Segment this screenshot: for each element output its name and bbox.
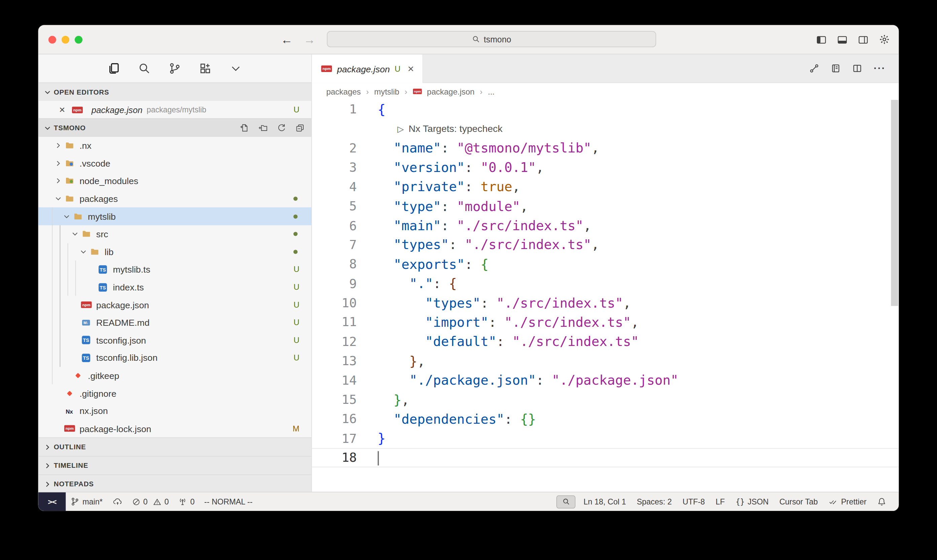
tree-item-tsconfig.lib.json[interactable]: TStsconfig.lib.jsonU xyxy=(38,349,311,367)
formatter-item[interactable]: Prettier xyxy=(823,492,872,511)
tree-item-packages[interactable]: packages xyxy=(38,190,311,208)
scrollbar-thumb[interactable] xyxy=(891,100,898,306)
close-icon[interactable]: × xyxy=(408,63,414,75)
remote-indicator[interactable]: >< xyxy=(38,492,66,511)
code-line[interactable]: 5 "type": "module", xyxy=(312,197,899,216)
toggle-panel-bottom-icon[interactable] xyxy=(837,34,847,45)
chevron-down-icon[interactable] xyxy=(69,229,80,238)
code-text: "type": "module", xyxy=(357,199,528,214)
tree-item-src[interactable]: src xyxy=(38,225,311,243)
notifications-item[interactable] xyxy=(872,492,892,511)
code-line[interactable]: 6 "main": "./src/index.ts", xyxy=(312,216,899,235)
codelens-label[interactable]: Nx Targets: typecheck xyxy=(409,123,503,134)
codelens[interactable]: ▷Nx Targets: typecheck xyxy=(312,119,899,138)
run-icon[interactable]: ▷ xyxy=(397,124,404,134)
collapse-all-icon[interactable] xyxy=(295,123,305,132)
maximize-button[interactable] xyxy=(75,36,83,43)
back-button[interactable]: ← xyxy=(281,33,293,46)
code-line[interactable]: 16 "dependencies": {} xyxy=(312,409,899,429)
notepads-section-header[interactable]: NOTEPADS xyxy=(38,474,311,493)
tree-item-tsconfig.json[interactable]: TStsconfig.jsonU xyxy=(38,331,311,349)
tree-item-nx.json[interactable]: Nxnx.json xyxy=(38,402,311,420)
open-editor-item[interactable]: × npm package.json packages/mytslib U xyxy=(38,101,311,118)
eol-item[interactable]: LF xyxy=(710,492,730,511)
code-line[interactable]: 14 "./package.json": "./package.json" xyxy=(312,371,899,391)
explorer-icon[interactable] xyxy=(107,61,121,76)
code-line[interactable]: 9 ".": { xyxy=(312,274,899,294)
code-line[interactable]: 10 "types": "./src/index.ts", xyxy=(312,294,899,313)
tree-item-.vscode[interactable]: .vscode xyxy=(38,154,311,172)
search-icon[interactable] xyxy=(137,61,151,76)
vim-mode-indicator[interactable]: -- NORMAL -- xyxy=(200,492,257,511)
chevron-down-icon[interactable] xyxy=(52,194,63,203)
code-line[interactable]: 17} xyxy=(312,429,899,448)
source-control-icon[interactable] xyxy=(168,61,182,76)
tree-item-mytslib[interactable]: mytslib xyxy=(38,208,311,226)
code-line[interactable]: 3 "version": "0.0.1", xyxy=(312,158,899,177)
breadcrumb-item[interactable]: ... xyxy=(488,87,495,96)
chevron-down-icon[interactable] xyxy=(229,61,243,76)
forward-button[interactable]: → xyxy=(303,33,316,46)
new-file-icon[interactable] xyxy=(240,123,249,132)
changes-dot-badge xyxy=(294,232,297,236)
settings-gear-icon[interactable] xyxy=(879,34,890,45)
encoding-item[interactable]: UTF-8 xyxy=(677,492,710,511)
code-line[interactable]: 4 "private": true, xyxy=(312,177,899,197)
close-icon[interactable]: × xyxy=(57,104,67,116)
code-line[interactable]: 7 "types": "./src/index.ts", xyxy=(312,235,899,255)
outline-section-header[interactable]: OUTLINE xyxy=(38,437,311,456)
more-actions-icon[interactable]: ··· xyxy=(874,63,886,75)
close-button[interactable] xyxy=(48,36,56,43)
new-folder-icon[interactable] xyxy=(258,123,268,132)
code-line[interactable]: 13 }, xyxy=(312,351,899,371)
breadcrumb-item[interactable]: mytslib xyxy=(374,87,400,96)
code-line[interactable]: 15 }, xyxy=(312,390,899,409)
open-changes-icon[interactable] xyxy=(809,63,819,73)
refresh-icon[interactable] xyxy=(277,123,286,132)
notebook-icon[interactable] xyxy=(831,63,841,73)
chevron-right-icon[interactable] xyxy=(52,177,63,186)
split-editor-icon[interactable] xyxy=(852,63,862,73)
tree-item-.gitignore[interactable]: .gitignore xyxy=(38,384,311,402)
code-line[interactable]: 12 "default": "./src/index.ts" xyxy=(312,332,899,352)
tab-package-json[interactable]: npm package.json U × xyxy=(312,54,423,83)
tree-item-lib[interactable]: lib xyxy=(38,243,311,261)
tree-item-package.json[interactable]: npmpackage.jsonU xyxy=(38,296,311,314)
code-line[interactable]: 2 "name": "@tsmono/mytslib", xyxy=(312,138,899,158)
problems-item[interactable]: 0 0 xyxy=(127,492,174,511)
cursor-position-item[interactable]: Ln 18, Col 1 xyxy=(578,492,631,511)
breadcrumb-item[interactable]: package.json xyxy=(427,87,475,96)
tree-item-mytslib.ts[interactable]: TSmytslib.tsU xyxy=(38,260,311,278)
tree-item-index.ts[interactable]: TSindex.tsU xyxy=(38,278,311,296)
extensions-icon[interactable] xyxy=(198,61,213,76)
breadcrumb-item[interactable]: packages xyxy=(326,87,361,96)
chevron-down-icon[interactable] xyxy=(61,212,72,221)
toggle-panel-left-icon[interactable] xyxy=(816,34,826,45)
code-line[interactable]: 8 "exports": { xyxy=(312,255,899,274)
workspace-header[interactable]: TSMONO xyxy=(38,118,311,137)
git-branch-item[interactable]: main* xyxy=(66,492,108,511)
open-editors-header[interactable]: OPEN EDITORS xyxy=(38,82,311,101)
code-line[interactable]: 18 xyxy=(312,448,899,468)
code-line[interactable]: 1{ xyxy=(312,100,899,120)
tree-item-node-modules[interactable]: node_modules xyxy=(38,172,311,190)
chevron-down-icon[interactable] xyxy=(78,247,89,257)
tree-item-README.md[interactable]: M↓README.mdU xyxy=(38,314,311,331)
tree-item-.gitkeep[interactable]: .gitkeep xyxy=(38,367,311,385)
chevron-right-icon[interactable] xyxy=(52,142,63,151)
minimize-button[interactable] xyxy=(62,36,69,43)
ports-item[interactable]: 0 xyxy=(174,492,200,511)
code-editor[interactable]: 1{▷Nx Targets: typecheck2 "name": "@tsmo… xyxy=(312,100,899,492)
command-center-search[interactable]: tsmono xyxy=(327,31,656,47)
timeline-section-header[interactable]: TIMELINE xyxy=(38,456,311,474)
chevron-right-icon[interactable] xyxy=(52,159,63,168)
cursor-tab-item[interactable]: Cursor Tab xyxy=(774,492,823,511)
zoom-indicator-button[interactable] xyxy=(557,495,576,508)
code-line[interactable]: 11 "import": "./src/index.ts", xyxy=(312,313,899,332)
indentation-item[interactable]: Spaces: 2 xyxy=(631,492,677,511)
publish-changes-item[interactable] xyxy=(108,492,127,511)
language-mode-item[interactable]: {} JSON xyxy=(730,492,774,511)
tree-item-package-lock.json[interactable]: npmpackage-lock.jsonM xyxy=(38,420,311,437)
toggle-panel-right-icon[interactable] xyxy=(858,34,868,45)
tree-item-.nx[interactable]: .nx xyxy=(38,137,311,155)
